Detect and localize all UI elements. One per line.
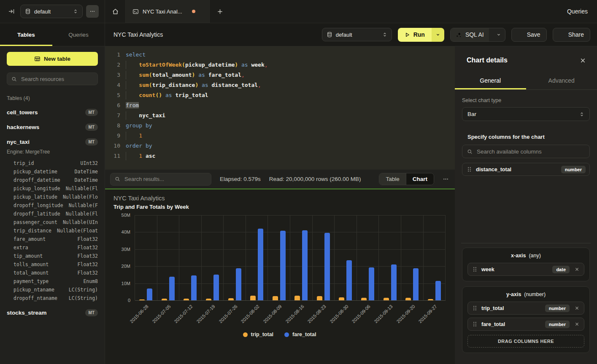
- main-area: New table Tables (4) cell_towers MT hack…: [0, 46, 597, 364]
- sidebar-item-stocks-stream[interactable]: stocks_stream MT: [7, 309, 98, 316]
- code-token: ): [235, 62, 238, 68]
- run-options-button[interactable]: [432, 28, 444, 42]
- elapsed-label: Elapsed: 0.579s: [220, 176, 261, 182]
- read-stats-label: Read: 20,000,000 rows (260.00 MB): [269, 176, 361, 182]
- chart-column: [202, 215, 224, 300]
- legend-item-trip_total[interactable]: trip_total: [243, 332, 273, 337]
- database-selector[interactable]: default: [20, 5, 83, 18]
- bar-fare_total[interactable]: [213, 275, 219, 300]
- code-token: (: [149, 72, 152, 78]
- bar-trip_total[interactable]: [317, 296, 322, 300]
- remove-chip-icon[interactable]: [574, 305, 580, 311]
- save-button[interactable]: Save: [511, 28, 547, 42]
- tab-nyc-taxi-analytics[interactable]: NYC Taxi Anal...: [125, 0, 210, 23]
- bar-fare_total[interactable]: [236, 268, 241, 300]
- bar-fare_total[interactable]: [147, 289, 152, 300]
- column-chip-week[interactable]: weekdate: [467, 263, 584, 276]
- tab-tables[interactable]: Tables: [0, 23, 52, 46]
- drag-handle-icon[interactable]: [473, 267, 477, 272]
- run-button[interactable]: Run: [398, 28, 432, 42]
- bar-fare_total[interactable]: [369, 267, 374, 300]
- table-name: hackernews: [7, 124, 39, 130]
- code-token: sum: [139, 82, 149, 88]
- search-icon: [115, 176, 120, 182]
- bar-trip_total[interactable]: [339, 297, 344, 300]
- table-column-row: total_amountFloat32: [7, 269, 98, 277]
- column-type: DateTime: [75, 176, 98, 184]
- sidebar-item-nyc-taxi[interactable]: nyc_taxi MT: [7, 138, 98, 146]
- sidebar-more-button[interactable]: [86, 5, 99, 18]
- table-name: stocks_stream: [7, 310, 47, 316]
- bar-fare_total[interactable]: [302, 230, 308, 300]
- y-tick-label: 40M: [122, 229, 130, 235]
- bar-fare_total[interactable]: [413, 268, 419, 300]
- share-button[interactable]: Share: [553, 28, 590, 42]
- toggle-chart[interactable]: Chart: [406, 173, 434, 185]
- results-more-button[interactable]: [443, 176, 449, 182]
- remove-chip-icon[interactable]: [574, 266, 580, 272]
- column-chip-distance_total[interactable]: distance_totalnumber: [462, 163, 590, 176]
- bar-fare_total[interactable]: [280, 231, 286, 300]
- bar-fare_total[interactable]: [346, 260, 352, 300]
- sql-ai-button[interactable]: SQL AI: [451, 28, 489, 41]
- bar-fare_total[interactable]: [391, 264, 397, 300]
- code-content: sum(total_amount) as fare_total,: [120, 70, 245, 80]
- tab-general[interactable]: General: [455, 73, 526, 89]
- code-token: [238, 62, 241, 68]
- unsaved-dot: [192, 10, 195, 13]
- legend-item-fare_total[interactable]: fare_total: [284, 332, 316, 337]
- resources-search-input[interactable]: [20, 75, 96, 83]
- code-token: distance_total: [212, 82, 258, 88]
- drag-handle-icon[interactable]: [467, 167, 472, 172]
- tab-queries[interactable]: Queries: [52, 23, 105, 46]
- code-token: [142, 153, 146, 159]
- collapse-sidebar-icon[interactable]: [6, 6, 17, 17]
- results-search-input[interactable]: [124, 175, 207, 183]
- column-chip-fare_total[interactable]: fare_totalnumber: [467, 318, 584, 331]
- close-icon[interactable]: [580, 57, 586, 64]
- bar-trip_total[interactable]: [250, 296, 256, 300]
- resources-search[interactable]: [7, 73, 98, 85]
- bar-fare_total[interactable]: [258, 229, 263, 300]
- remove-chip-icon[interactable]: [574, 321, 580, 327]
- drag-handle-icon[interactable]: [473, 321, 477, 327]
- drag-handle-icon[interactable]: [473, 305, 477, 311]
- code-content: from: [120, 100, 139, 111]
- columns-search-input[interactable]: [476, 148, 585, 155]
- terminal-icon: [557, 8, 564, 15]
- code-token: sum: [139, 72, 149, 78]
- type-badge: number: [545, 305, 570, 312]
- bar-trip_total[interactable]: [294, 296, 300, 300]
- code-token: ,: [241, 72, 245, 78]
- sidebar-item-hackernews[interactable]: hackernews MT: [7, 124, 98, 131]
- table-column-row: pickup_ntanameLC(String): [7, 286, 98, 294]
- drag-columns-dropzone[interactable]: DRAG COLUMNS HERE: [467, 335, 584, 348]
- bar-fare_total[interactable]: [169, 277, 175, 300]
- secondary-bar: Tables Queries NYC Taxi Analytics defaul…: [0, 23, 597, 46]
- toolbar-database-selector[interactable]: default: [322, 28, 392, 41]
- new-table-button[interactable]: New table: [7, 52, 98, 66]
- sql-editor[interactable]: 1select2 toStartOfWeek(pickup_datetime) …: [105, 46, 455, 170]
- column-type: Nullable(Fl: [66, 184, 98, 193]
- queries-button[interactable]: Queries: [557, 8, 588, 15]
- chart-body: 50M40M30M20M10M0: [113, 215, 446, 300]
- bar-fare_total[interactable]: [435, 281, 441, 300]
- sql-ai-options-button[interactable]: [492, 28, 505, 41]
- bar-fare_total[interactable]: [324, 233, 330, 300]
- toggle-table[interactable]: Table: [379, 173, 405, 185]
- chart-type-select[interactable]: Bar: [462, 107, 590, 121]
- bar-trip_total[interactable]: [273, 296, 278, 301]
- chip-name: distance_total: [476, 167, 557, 173]
- database-selector-value: default: [34, 8, 70, 15]
- columns-search[interactable]: [462, 145, 590, 158]
- table-name: cell_towers: [7, 109, 38, 116]
- results-search[interactable]: [110, 173, 211, 186]
- code-line: 10order by: [105, 141, 455, 151]
- tab-advanced[interactable]: Advanced: [526, 73, 597, 89]
- sidebar-item-cell-towers[interactable]: cell_towers MT: [7, 109, 98, 116]
- chart-subtitle: Trip and Fare Totals by Week: [113, 204, 446, 210]
- column-chip-trip_total[interactable]: trip_totalnumber: [467, 302, 584, 315]
- bar-fare_total[interactable]: [191, 275, 197, 300]
- home-button[interactable]: [105, 0, 125, 23]
- new-tab-button[interactable]: [210, 0, 230, 23]
